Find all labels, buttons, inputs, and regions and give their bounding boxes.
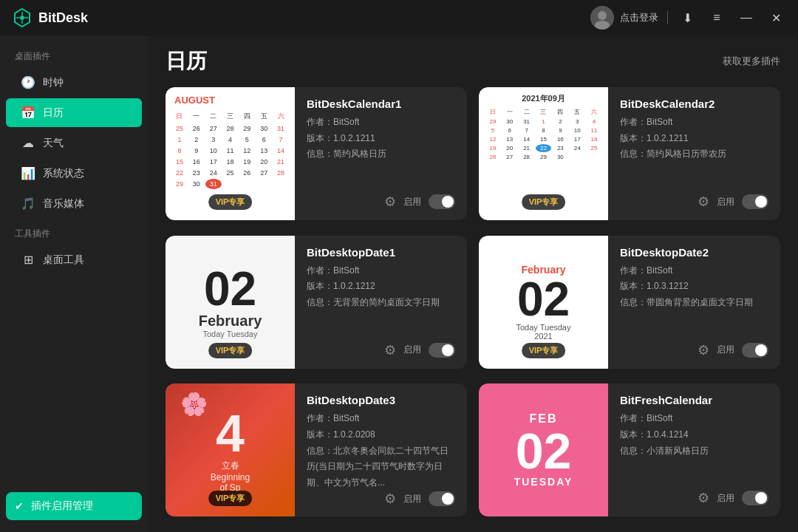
sidebar-item-label-clock: 时钟 <box>43 76 64 89</box>
minimize-button[interactable]: — <box>736 7 757 28</box>
settings-icon-cal2[interactable]: ⚙ <box>698 194 709 210</box>
sidebar-item-calendar[interactable]: 📅 日历 <box>6 98 142 127</box>
plugin-preview-date3: 🌸 4 立春 Beginning of Sp VIP专享 <box>166 383 295 516</box>
svg-point-2 <box>595 21 610 30</box>
plugin-meta-date2: 作者：BitSoft 版本：1.0.3.1212 信息：带圆角背景的桌面文字日期 <box>620 263 768 311</box>
login-text: 点击登录 <box>620 11 658 24</box>
plugin-preview-fresh: FEB 02 TUESDAY <box>479 383 608 516</box>
plugin-info-date1: BitDesktopDate1 作者：BitSoft 版本：1.0.2.1212… <box>295 236 467 369</box>
plugin-meta-cal2: 作者：BitSoft 版本：1.0.2.1211 信息：简约风格日历带农历 <box>620 115 768 163</box>
titlebar-left: BitDesk <box>12 7 88 28</box>
cal2-grid: 日一二三四五六 2930311234 567891011 12131415161… <box>485 107 602 161</box>
toggle-date2[interactable] <box>742 343 768 358</box>
date3-flower-icon: 🌸 <box>180 391 208 417</box>
settings-icon-cal1[interactable]: ⚙ <box>384 194 396 210</box>
sidebar-item-desktool[interactable]: ⊞ 桌面工具 <box>6 245 142 274</box>
plugin-meta-cal1: 作者：BitSoft 版本：1.0.2.1211 信息：简约风格日历 <box>307 115 455 163</box>
menu-button[interactable]: ≡ <box>706 7 727 28</box>
plugin-meta-fresh: 作者：BitSoft 版本：1.0.4.1214 信息：小清新风格日历 <box>620 411 768 459</box>
vip-badge-date1: VIP专享 <box>208 343 253 358</box>
plugin-footer-cal1: ⚙ 启用 <box>307 194 455 210</box>
user-area[interactable]: 点击登录 <box>590 6 658 30</box>
close-button[interactable]: ✕ <box>765 7 786 28</box>
sidebar-section-desktop: 桌面插件 <box>0 41 148 67</box>
sidebar-item-sysstat[interactable]: 📊 系统状态 <box>6 159 142 188</box>
plugin-card-cal2: 2021年09月 日一二三四五六 2930311234 567891011 12… <box>479 87 780 220</box>
date3-number: 4 <box>216 408 245 460</box>
toggle-fresh[interactable] <box>742 491 768 505</box>
settings-icon-fresh[interactable]: ⚙ <box>698 490 709 506</box>
date1-month: February <box>199 313 262 330</box>
calendar-icon: 📅 <box>21 106 35 120</box>
sidebar-item-music[interactable]: 🎵 音乐媒体 <box>6 189 142 218</box>
vip-badge-date2: VIP专享 <box>522 343 566 358</box>
main-layout: 桌面插件 🕐 时钟 📅 日历 ☁ 天气 📊 系统状态 🎵 音乐媒体 工具插件 ⊞… <box>0 35 798 532</box>
plugin-card-date3: 🌸 4 立春 Beginning of Sp VIP专享 BitDesktopD… <box>166 383 467 516</box>
plugin-name-date3: BitDesktopDate3 <box>307 394 455 406</box>
toggle-cal1[interactable] <box>429 194 455 209</box>
plugin-footer-date1: ⚙ 启用 <box>307 342 455 358</box>
vip-badge-cal2: VIP专享 <box>522 194 566 210</box>
sidebar-item-label-desktool: 桌面工具 <box>43 253 84 267</box>
enable-label-cal1: 启用 <box>403 196 421 208</box>
plugin-card-cal1: AUGUST 日一二三四五六 25262728293031 1234567 89… <box>166 87 467 220</box>
vip-badge-date3: VIP专享 <box>208 491 253 506</box>
plugin-footer-date3: ⚙ 启用 <box>307 491 455 507</box>
sysstat-icon: 📊 <box>21 166 35 180</box>
sidebar-item-label-calendar: 日历 <box>43 106 64 120</box>
plugin-name-cal2: BitDeskCalendar2 <box>620 98 768 110</box>
plugin-preview-cal2: 2021年09月 日一二三四五六 2930311234 567891011 12… <box>479 87 608 220</box>
plugin-name-date2: BitDesktopDate2 <box>620 246 768 259</box>
enable-label-date1: 启用 <box>403 344 421 356</box>
clock-icon: 🕐 <box>21 75 35 89</box>
enable-label-cal2: 启用 <box>717 196 734 208</box>
plugin-preview-date1: 02 February Today Tuesday VIP专享 <box>166 236 295 369</box>
download-button[interactable]: ⬇ <box>677 7 698 28</box>
sidebar-item-clock[interactable]: 🕐 时钟 <box>6 68 142 97</box>
content-header: 日历 获取更多插件 <box>148 35 798 81</box>
cal2-header: 2021年09月 <box>485 93 602 104</box>
titlebar: BitDesk 点击登录 ⬇ ≡ — ✕ <box>0 0 798 35</box>
toggle-date1[interactable] <box>429 343 455 358</box>
plugin-manage-label: 插件启用管理 <box>31 499 93 513</box>
settings-icon-date1[interactable]: ⚙ <box>384 342 396 358</box>
plugin-preview-date2: February 02 Today Tuesday 2021 VIP专享 <box>479 236 608 369</box>
titlebar-divider <box>667 11 668 24</box>
date2-day: 02 <box>517 276 570 323</box>
app-title: BitDesk <box>38 10 88 26</box>
plugin-manage-button[interactable]: ✔ 插件启用管理 <box>6 492 142 520</box>
toggle-date3[interactable] <box>429 491 455 506</box>
enable-label-date3: 启用 <box>403 493 421 505</box>
plugin-name-cal1: BitDeskCalendar1 <box>307 98 455 110</box>
plugin-name-fresh: BitFreshCalendar <box>620 394 768 406</box>
cal1-grid: 日一二三四五六 25262728293031 1234567 891011121… <box>171 110 289 189</box>
plugin-footer-cal2: ⚙ 启用 <box>620 194 768 210</box>
plugin-info-fresh: BitFreshCalendar 作者：BitSoft 版本：1.0.4.121… <box>608 383 780 516</box>
sidebar-item-label-music: 音乐媒体 <box>43 197 84 211</box>
settings-icon-date3[interactable]: ⚙ <box>384 491 396 507</box>
music-icon: 🎵 <box>21 197 35 211</box>
weather-icon: ☁ <box>21 136 35 150</box>
get-more-plugins[interactable]: 获取更多插件 <box>723 55 780 68</box>
sidebar-item-weather[interactable]: ☁ 天气 <box>6 129 142 157</box>
plugin-card-date2: February 02 Today Tuesday 2021 VIP专享 Bit… <box>479 236 780 369</box>
date1-day: 02 <box>204 265 256 313</box>
settings-icon-date2[interactable]: ⚙ <box>698 342 709 358</box>
sidebar-item-label-weather: 天气 <box>43 137 64 150</box>
plugin-info-cal2: BitDeskCalendar2 作者：BitSoft 版本：1.0.2.121… <box>608 87 780 220</box>
titlebar-right: 点击登录 ⬇ ≡ — ✕ <box>590 6 786 30</box>
plugin-preview-cal1: AUGUST 日一二三四五六 25262728293031 1234567 89… <box>166 87 295 220</box>
date2-week: Today Tuesday 2021 <box>516 323 571 341</box>
desktool-icon: ⊞ <box>21 253 35 267</box>
plugin-info-cal1: BitDeskCalendar1 作者：BitSoft 版本：1.0.2.121… <box>295 87 467 220</box>
sidebar: 桌面插件 🕐 时钟 📅 日历 ☁ 天气 📊 系统状态 🎵 音乐媒体 工具插件 ⊞… <box>0 35 148 532</box>
plugin-name-date1: BitDesktopDate1 <box>307 246 455 259</box>
toggle-cal2[interactable] <box>742 194 768 209</box>
page-title: 日历 <box>166 47 207 75</box>
plugin-card-date1: 02 February Today Tuesday VIP专享 BitDeskt… <box>166 236 467 369</box>
sidebar-section-tools: 工具插件 <box>0 219 148 245</box>
date3-text2: Beginning <box>211 472 250 482</box>
fresh-day: 02 <box>516 426 572 476</box>
bitdesk-logo <box>12 7 33 28</box>
sidebar-bottom: ✔ 插件启用管理 <box>0 486 148 526</box>
